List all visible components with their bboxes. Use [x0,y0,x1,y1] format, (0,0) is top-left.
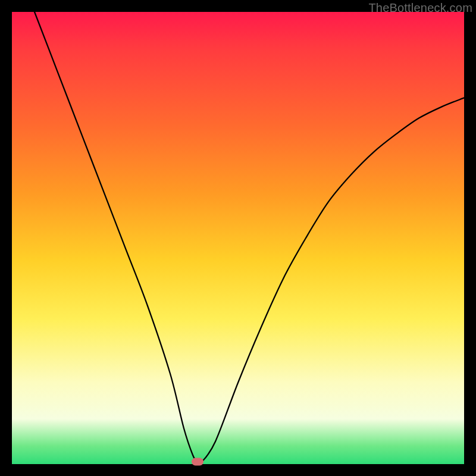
plot-area [12,12,464,464]
chart-frame [12,12,464,464]
bottleneck-curve [12,12,464,464]
minimum-marker [192,458,203,466]
